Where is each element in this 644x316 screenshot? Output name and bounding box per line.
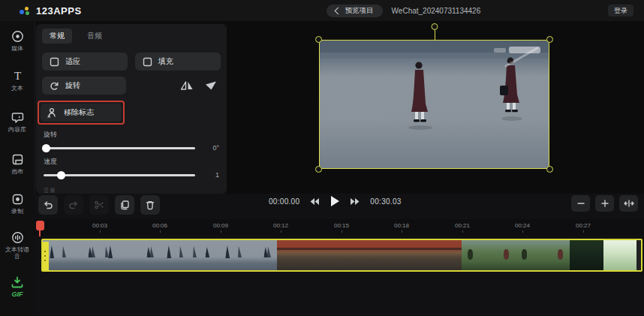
total-duration: 00:30.03 [370,197,401,206]
clip-thumbnail [131,240,160,270]
logo-text: 123APPS [36,5,82,17]
clip-trim-handle-left[interactable] [42,242,49,272]
rotate-icon [50,81,59,91]
speed-slider-label: 速度 [44,157,219,167]
ruler-label: 00:06 [152,222,167,229]
sidebar-item-download[interactable]: GIF [0,276,35,298]
video-clip-track[interactable] [41,239,642,272]
rotate-slider-block: 旋转 0° [36,125,227,152]
delete-button[interactable] [140,195,160,215]
sidebar-item-canvas[interactable]: 画布 [0,153,35,175]
play-button[interactable] [330,195,340,207]
speed-slider-thumb[interactable] [57,171,65,179]
redo-button[interactable] [64,195,83,215]
back-to-project-button[interactable]: 预览项目 [327,5,383,17]
resize-handle-bottom-left[interactable] [315,166,322,173]
rotate-slider-value: 0° [203,144,219,152]
rotate-90-button[interactable]: 旋转 [42,77,126,95]
resize-handle-top-left[interactable] [315,36,322,43]
clip-thumbnail [400,240,431,270]
left-sidebar: 媒体 T 文本 内容库 画布 录制 [0,21,35,316]
timeline-track-area [35,237,644,272]
video-selection-frame[interactable] [319,40,549,169]
canvas-icon [11,153,24,166]
ruler-label: 00:09 [213,222,228,229]
remove-logo-button[interactable]: 移除标志 [41,104,122,122]
flip-horizontal-icon [180,80,194,91]
undo-button[interactable] [38,195,58,215]
current-time: 00:00.00 [269,197,299,206]
zoom-fit-button[interactable] [619,195,638,212]
video-preview[interactable] [319,40,549,169]
flip-vertical-icon [204,80,218,91]
ruler-label: 00:15 [334,222,349,229]
timeline-ruler[interactable]: 00:03 00:06 00:09 00:12 00:15 00:18 00:2… [35,219,644,236]
duplicate-button[interactable] [115,195,134,215]
rewind-button[interactable] [309,197,320,206]
fit-width-icon [624,200,634,207]
sidebar-item-media[interactable]: 媒体 [0,30,35,52]
ruler-label: 00:18 [394,222,409,229]
ruler-label: 00:12 [273,222,288,229]
panel-tabs: 常规 音频 [36,24,227,47]
text-icon: T [11,70,24,83]
speed-slider[interactable] [44,174,195,176]
duplicate-icon [119,200,130,210]
sidebar-item-label: 录制 [3,208,32,215]
rotate-button-label: 旋转 [65,80,80,91]
zoom-in-button[interactable] [595,195,614,212]
sidebar-item-label: 文本转语音 [3,246,32,260]
minus-icon [577,200,585,207]
rotate-slider-thumb[interactable] [42,144,50,152]
media-icon [11,30,24,43]
clip-thumbnail [339,240,369,270]
rewind-icon [309,197,320,206]
sidebar-item-label: 画布 [3,168,32,175]
signin-button[interactable]: 登录 [608,5,633,17]
sidebar-item-library[interactable]: 内容库 [0,111,35,133]
content-library-icon [11,111,24,124]
fill-icon [143,57,152,67]
clip-thumbnail [489,240,516,270]
flip-vertical-button[interactable] [204,80,218,91]
clip-settings-panel: 常规 音频 适应 填充 旋转 [36,24,227,194]
clip-thumbnail [516,240,543,270]
app-logo[interactable]: 123APPS [20,5,82,17]
rotate-handle[interactable] [431,23,438,30]
plus-icon [601,200,609,207]
flip-horizontal-button[interactable] [180,80,194,91]
resize-handle-top-right[interactable] [546,36,553,43]
clip-thumbnail [603,240,636,270]
clip-thumbnail [189,240,218,270]
clip-thumbnail [369,240,400,270]
clip-thumbnail [462,240,489,270]
speed-slider-value: 1 [203,171,219,179]
sidebar-item-tts[interactable]: 文本转语音 [0,231,35,260]
edit-tool-group [38,195,160,215]
clip-thumbnail [72,240,101,270]
sidebar-item-record[interactable]: 录制 [0,193,35,215]
sidebar-item-label: 文本 [3,85,32,92]
back-button-label: 预览项目 [345,6,374,16]
zoom-out-button[interactable] [571,195,590,212]
timeline-area: 00:00.00 00:30.03 [35,194,644,316]
split-button[interactable] [89,195,109,215]
download-icon [11,276,24,288]
remove-logo-label: 移除标志 [64,107,94,118]
fast-forward-button[interactable] [350,197,360,206]
tab-general[interactable]: 常规 [42,29,72,44]
sidebar-item-label: 内容库 [3,126,32,133]
undo-icon [43,200,53,210]
gif-badge: GIF [12,290,23,298]
sidebar-item-text[interactable]: T 文本 [0,70,35,92]
tab-audio[interactable]: 音频 [80,29,110,44]
record-icon [11,193,24,206]
ruler-label: 00:03 [92,222,107,229]
clip-thumbnail [160,240,189,270]
resize-handle-bottom-right[interactable] [546,166,553,173]
rotate-slider[interactable] [44,147,195,149]
clip-thumbnail [277,240,308,270]
fit-button[interactable]: 适应 [42,53,128,71]
playhead-marker[interactable] [36,221,44,230]
fill-button[interactable]: 填充 [135,53,221,71]
